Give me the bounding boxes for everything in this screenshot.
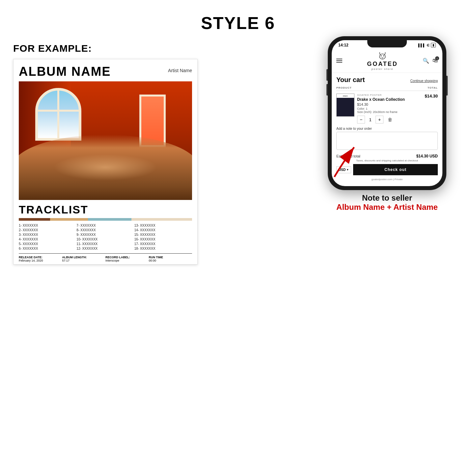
track-item: 11- XXXXXXX (76, 242, 134, 246)
logo-sub: poster store (372, 68, 393, 70)
color-bar (19, 218, 192, 221)
track-item: 6- XXXXXXX (19, 246, 76, 251)
search-icon[interactable]: 🔍 (423, 58, 429, 64)
release-date-value: February 14, 2020 (19, 259, 62, 262)
estimated-value: $14.30 USD (416, 154, 438, 158)
quantity-row: − 1 + 🗑 (357, 116, 422, 124)
track-item: 1- XXXXXXX (19, 223, 76, 228)
product-info: GOATED POSTER Drake x Ocean Collection $… (357, 94, 422, 124)
track-item: 18- XXXXXXX (134, 246, 192, 251)
goat-icon (378, 51, 387, 61)
red-arrow-svg (301, 127, 367, 180)
cart-icon[interactable]: 🛍 1 (433, 58, 438, 64)
album-length-value: 57:17 (62, 259, 106, 262)
product-thumbnail: DRAKE (336, 94, 354, 117)
delete-item-button[interactable]: 🗑 (386, 116, 394, 124)
phone-volume-down (326, 84, 328, 96)
album-length-label: ALBUM LENGTH: (62, 256, 106, 259)
phone-notch (367, 40, 407, 47)
run-time-value: 00:00 (149, 259, 192, 262)
product-row: DRAKE GOATED POSTER Drake x Ocean Collec… (336, 94, 438, 124)
track-item: 10- XXXXXXX (76, 237, 134, 241)
cart-columns: PRODUCT TOTAL (336, 86, 438, 91)
poster-album-name: ALBUM NAME (19, 65, 111, 79)
track-item: 14- XXXXXXX (134, 228, 192, 232)
record-label-label: RECORD LABEL: (105, 256, 149, 259)
run-time-label: RUN TIME (149, 256, 192, 259)
bottom-labels: Note to seller Album Name + Artist Name (318, 193, 456, 212)
qty-increase-button[interactable]: + (376, 116, 383, 124)
tracklist-section: TRACKLIST 1- XXXXXXX7- XXXXXXX13- XXXXXX… (19, 200, 192, 264)
product-color: Color: 1 (357, 107, 422, 110)
phone-power-btn (446, 76, 448, 96)
svg-point-2 (383, 55, 384, 56)
cart-title: Your cart (336, 76, 365, 84)
product-brand: GOATED POSTER (357, 94, 422, 97)
qty-decrease-button[interactable]: − (357, 116, 365, 124)
battery-icon: ▮ (431, 43, 436, 47)
status-time: 14:12 (338, 43, 349, 47)
tracks-grid: 1- XXXXXXX7- XXXXXXX13- XXXXXXX2- XXXXXX… (19, 223, 192, 251)
track-item: 16- XXXXXXX (134, 237, 192, 241)
record-label-value: Interscope (105, 259, 149, 262)
track-item: 17- XXXXXXX (134, 242, 192, 246)
track-item: 9- XXXXXXX (76, 233, 134, 237)
product-size: Size (Inch): 20x30cm no frame (357, 110, 422, 114)
track-item: 2- XXXXXXX (19, 228, 76, 232)
poster-footer: RELEASE DATE: February 14, 2020 ALBUM LE… (19, 253, 192, 264)
signal-icon: ▌▌▌ (418, 43, 425, 47)
track-item: 7- XXXXXXX (76, 223, 134, 228)
album-artist-label: Album Name + Artist Name (318, 203, 456, 212)
track-item: 8- XXXXXXX (76, 228, 134, 232)
cart-header-row: Your cart Continue shopping (336, 76, 438, 84)
track-item: 12- XXXXXXX (76, 246, 134, 251)
quantity-value: 1 (368, 117, 373, 122)
track-item: 13- XXXXXXX (134, 223, 192, 228)
product-price: $14.30 (357, 102, 422, 106)
header-icons: 🔍 🛍 1 (423, 58, 438, 64)
for-example-label: FOR EXAMPLE: (13, 43, 204, 54)
status-icons: ▌▌▌ ∈ ▮ (418, 43, 436, 47)
shop-header: GOATED poster store 🔍 🛍 1 (332, 49, 442, 73)
poster-artist-name: Artist Name (168, 68, 192, 73)
hamburger-menu[interactable] (336, 59, 342, 63)
product-total: $14.30 (425, 94, 438, 124)
continue-shopping-link[interactable]: Continue shopping (410, 79, 438, 83)
product-name: Drake x Ocean Collection (357, 97, 422, 102)
wifi-icon: ∈ (427, 43, 430, 47)
release-date-label: RELEASE DATE: (19, 256, 62, 259)
track-item: 5- XXXXXXX (19, 242, 76, 246)
sand-dunes (19, 135, 192, 200)
right-section: 14:12 ▌▌▌ ∈ ▮ (318, 36, 456, 212)
svg-point-1 (380, 55, 381, 56)
track-item: 15- XXXXXXX (134, 233, 192, 237)
poster-header: ALBUM NAME Artist Name (19, 65, 192, 79)
logo-text: GOATED (367, 61, 398, 68)
left-section: FOR EXAMPLE: ALBUM NAME Artist Name (13, 43, 204, 265)
phone-volume-up (326, 69, 328, 81)
product-col-label: PRODUCT (336, 86, 352, 89)
note-to-seller-label: Note to seller (318, 193, 456, 203)
track-item: 4- XXXXXXX (19, 237, 76, 241)
goated-logo: GOATED poster store (367, 51, 398, 70)
tracklist-title: TRACKLIST (19, 203, 192, 216)
poster: ALBUM NAME Artist Name (13, 59, 198, 265)
poster-image (19, 81, 192, 200)
track-item: 3- XXXXXXX (19, 233, 76, 237)
total-col-label: TOTAL (428, 86, 438, 89)
